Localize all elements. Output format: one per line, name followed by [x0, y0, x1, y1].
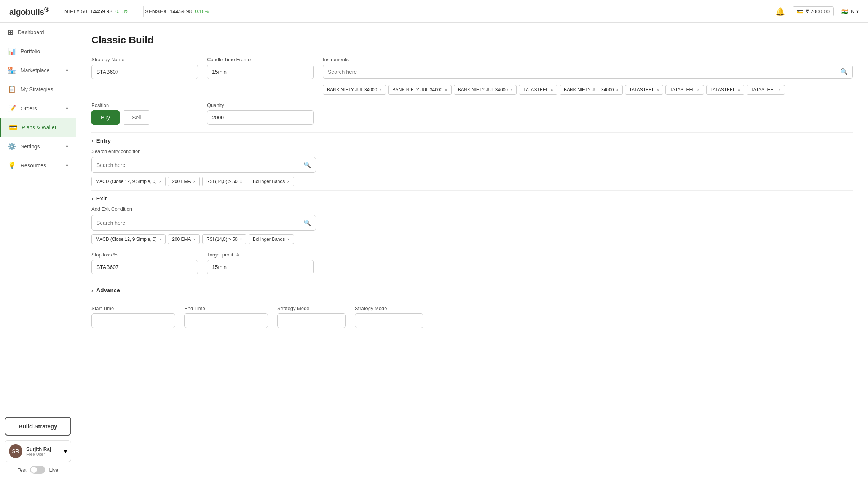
search-icon: 🔍: [303, 219, 311, 226]
remove-tag-icon[interactable]: ×: [287, 237, 289, 242]
candle-time-frame-group: Candle Time Frame: [207, 57, 314, 79]
wallet-icon: 💳: [797, 8, 803, 14]
start-time-label: Start Time: [91, 305, 175, 311]
target-profit-input[interactable]: [207, 260, 314, 274]
candle-time-frame-label: Candle Time Frame: [207, 57, 314, 62]
exit-tag-bollinger: Bollinger Bands×: [249, 234, 294, 244]
portfolio-icon: 📊: [8, 47, 16, 56]
entry-section-header[interactable]: › Entry: [91, 132, 853, 148]
exit-chevron-icon: ›: [91, 196, 93, 202]
entry-search-box: 🔍: [91, 157, 316, 173]
instruments-group: Instruments 🔍 BANK NIFTY JUL 34000× BANK…: [323, 57, 853, 95]
remove-tag-icon[interactable]: ×: [240, 237, 242, 242]
remove-tag-icon[interactable]: ×: [738, 87, 740, 92]
stop-loss-input[interactable]: [91, 260, 198, 274]
sidebar-item-dashboard[interactable]: ⊞ Dashboard: [0, 23, 76, 42]
entry-tag-bollinger: Bollinger Bands×: [249, 177, 294, 186]
remove-tag-icon[interactable]: ×: [193, 179, 196, 184]
candle-time-frame-input[interactable]: [207, 65, 314, 79]
sidebar: ⊞ Dashboard 📊 Portfolio 🏪 Marketplace ▾ …: [0, 23, 76, 482]
start-time-input[interactable]: [91, 313, 175, 328]
stop-target-row: Stop loss % Target profit %: [91, 252, 853, 274]
exit-tag-macd: MACD (Close 12, 9 Simple, 0)×: [91, 234, 166, 244]
remove-tag-icon[interactable]: ×: [159, 179, 161, 184]
entry-condition-tags: MACD (Close 12, 9 Simple, 0)× 200 EMA× R…: [91, 177, 853, 186]
remove-tag-icon[interactable]: ×: [616, 87, 618, 92]
test-live-toggle[interactable]: [30, 466, 45, 474]
tag-tatasteel-3: TATASTEEL×: [665, 85, 704, 95]
quantity-input[interactable]: [207, 110, 314, 125]
exit-search-input[interactable]: [96, 220, 300, 226]
nifty50-ticker: NIFTY 50 14459.98 0.18%: [64, 8, 129, 14]
exit-search-box: 🔍: [91, 215, 316, 231]
sidebar-item-my-strategies[interactable]: 📋 My Strategies: [0, 80, 76, 99]
row-strategy-candle-instruments: Strategy Name Candle Time Frame Instrume…: [91, 57, 853, 95]
logo: algobulls®: [9, 5, 49, 17]
remove-tag-icon[interactable]: ×: [778, 87, 780, 92]
sidebar-bottom: Build Strategy SR Surjith Raj Free User …: [0, 412, 76, 482]
resources-icon: 💡: [8, 161, 16, 170]
remove-tag-icon[interactable]: ×: [287, 179, 289, 184]
strategy-name-input[interactable]: [91, 65, 198, 79]
quantity-group: Quanity: [207, 102, 314, 125]
tag-tatasteel-2: TATASTEEL×: [625, 85, 663, 95]
sidebar-item-plans-wallet[interactable]: 💳 Plans & Wallet: [0, 118, 76, 137]
entry-tag-ema: 200 EMA×: [168, 177, 200, 186]
wallet-balance[interactable]: 💳 ₹ 2000.00: [793, 6, 834, 16]
remove-tag-icon[interactable]: ×: [510, 87, 512, 92]
row-position-quantity: Position Buy Sell Quanity: [91, 102, 853, 125]
flag-icon: 🇮🇳: [841, 8, 848, 14]
exit-section-header[interactable]: › Exit: [91, 190, 853, 206]
bottom-section: Start Time End Time Strategy Mode Strate…: [91, 305, 853, 328]
remove-tag-icon[interactable]: ×: [240, 179, 242, 184]
instruments-tags: BANK NIFTY JUL 34000× BANK NIFTY JUL 340…: [323, 85, 853, 95]
end-time-input[interactable]: [184, 313, 268, 328]
chevron-down-icon: ▾: [66, 68, 68, 73]
remove-tag-icon[interactable]: ×: [551, 87, 553, 92]
strategy-mode-label-2: Strategy Mode: [355, 305, 423, 311]
language-selector[interactable]: 🇮🇳 IN ▾: [841, 8, 859, 14]
remove-tag-icon[interactable]: ×: [697, 87, 699, 92]
search-icon: 🔍: [303, 161, 311, 169]
tag-bank-nifty-1: BANK NIFTY JUL 34000×: [323, 85, 386, 95]
sell-button[interactable]: Sell: [123, 110, 150, 125]
instruments-label: Instruments: [323, 57, 853, 62]
remove-tag-icon[interactable]: ×: [379, 87, 381, 92]
instruments-search-box: 🔍: [323, 65, 853, 79]
stop-loss-label: Stop loss %: [91, 252, 198, 258]
sidebar-item-marketplace[interactable]: 🏪 Marketplace ▾: [0, 61, 76, 80]
build-strategy-button[interactable]: Build Strategy: [5, 417, 71, 436]
strategy-mode-input-1[interactable]: [277, 313, 346, 328]
strategy-mode-input-2[interactable]: [355, 313, 423, 328]
settings-icon: ⚙️: [8, 142, 16, 151]
chevron-down-icon: ▾: [66, 163, 68, 168]
remove-tag-icon[interactable]: ×: [445, 87, 447, 92]
remove-tag-icon[interactable]: ×: [193, 237, 196, 242]
sidebar-item-orders[interactable]: 📝 Orders ▾: [0, 99, 76, 118]
orders-icon: 📝: [8, 104, 16, 113]
tag-bank-nifty-3: BANK NIFTY JUL 34000×: [454, 85, 517, 95]
dashboard-icon: ⊞: [8, 28, 13, 37]
strategy-mode-label-1: Strategy Mode: [277, 305, 346, 311]
chevron-down-icon: ▾: [66, 106, 68, 111]
instruments-search-input[interactable]: [328, 69, 837, 75]
sidebar-item-portfolio[interactable]: 📊 Portfolio: [0, 42, 76, 61]
sidebar-item-resources[interactable]: 💡 Resources ▾: [0, 156, 76, 175]
exit-tag-ema: 200 EMA×: [168, 234, 200, 244]
page-title: Classic Build: [91, 34, 853, 46]
remove-tag-icon[interactable]: ×: [657, 87, 659, 92]
position-group: Position Buy Sell: [91, 102, 198, 125]
user-section[interactable]: SR Surjith Raj Free User ▾: [5, 440, 71, 462]
plans-wallet-icon: 💳: [9, 123, 17, 132]
exit-condition-tags: MACD (Close 12, 9 Simple, 0)× 200 EMA× R…: [91, 234, 853, 244]
entry-search-input[interactable]: [96, 162, 300, 168]
main-content: Classic Build Strategy Name Candle Time …: [76, 23, 868, 482]
tag-tatasteel-4: TATASTEEL×: [706, 85, 744, 95]
notification-icon[interactable]: 🔔: [775, 7, 785, 16]
remove-tag-icon[interactable]: ×: [159, 237, 161, 242]
sidebar-item-settings[interactable]: ⚙️ Settings ▾: [0, 137, 76, 156]
advance-section-header[interactable]: › Advance: [91, 282, 853, 298]
divider: [143, 6, 144, 17]
strategy-name-group: Strategy Name: [91, 57, 198, 79]
buy-button[interactable]: Buy: [91, 110, 120, 125]
